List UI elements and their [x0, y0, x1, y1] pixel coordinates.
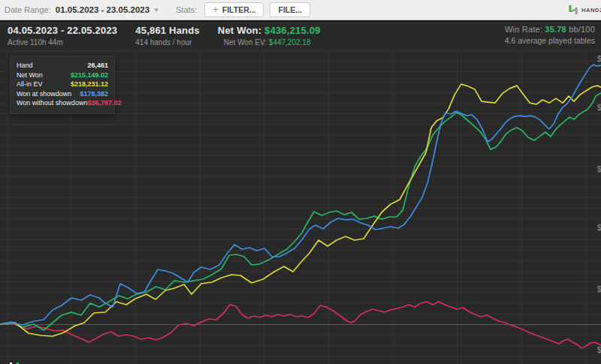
tooltip-row: All-in EV$218,231.12 [17, 80, 108, 90]
filter-button[interactable]: + FILTER... [204, 2, 264, 17]
net-won-ev-value: $447,202.18 [269, 38, 311, 47]
chart-legend-tooltip: Hand26,461Net Won$215,149.02All-in EV$21… [10, 56, 115, 114]
stats-label: Stats: [176, 5, 197, 14]
hand2note-logo: HAND2N [568, 5, 601, 15]
series-line-red [0, 302, 601, 348]
avg-tables: 4.6 average played tables [505, 36, 595, 45]
tooltip-row-label: Won at showdown [17, 90, 71, 98]
y-axis-label-clipped: $4 [597, 55, 601, 63]
summary-date-span: 04.05.2023 - 22.05.2023 [8, 25, 117, 36]
topbar: Date Range: 01.05.2023 - 23.05.2023 ▼ St… [0, 0, 601, 20]
tooltip-row-label: All-in EV [17, 80, 43, 88]
logo-h-icon [568, 5, 578, 15]
win-rate-unit: bb/100 [569, 25, 595, 34]
net-won-value: $436,215.09 [264, 25, 321, 36]
y-axis-label-clipped: $4 [597, 224, 601, 232]
file-button[interactable]: FILE... [270, 2, 310, 17]
win-rate-value: 35.78 [545, 25, 566, 34]
win-rate-label: Win Rate: [505, 25, 542, 34]
y-axis-label-clipped: $4 [597, 346, 601, 354]
chevron-down-icon: ▼ [153, 7, 159, 14]
date-range-control[interactable]: 01.05.2023 - 23.05.2023 ▼ [56, 5, 159, 14]
logo-text: HAND2N [581, 7, 601, 14]
summary-hands-per-hour: 414 hands / hour [135, 38, 200, 47]
series-line-yellow [0, 84, 601, 336]
net-won-label: Net Won: [218, 25, 261, 36]
file-button-label: FILE... [278, 5, 302, 14]
y-axis-label-clipped: $4 [597, 165, 601, 173]
date-range-label: Date Range: [5, 5, 51, 14]
tooltip-row: Net Won$215,149.02 [17, 71, 108, 81]
summary-bar: 04.05.2023 - 22.05.2023 Active 110h 44m … [8, 25, 595, 47]
chart-panel: $4$4$4$4$4$4 04.05.2023 - 22.05.2023 Act… [0, 20, 601, 364]
tooltip-row-label: Hand [17, 62, 33, 69]
plus-icon: + [213, 4, 219, 15]
tooltip-row: Won at showdown$178,382 [17, 90, 108, 100]
tooltip-row-value: 26,461 [87, 62, 108, 69]
summary-active-time: Active 110h 44m [8, 38, 117, 47]
tooltip-row-label: Net Won [17, 71, 43, 79]
tooltip-row-value: $215,149.02 [71, 71, 108, 79]
tooltip-row: Won without showdown$36,767.02 [17, 99, 108, 109]
filter-button-label: FILTER... [222, 5, 256, 14]
y-axis-label-clipped: $4 [597, 285, 601, 293]
tooltip-row: Hand26,461 [17, 62, 108, 71]
tooltip-row-value: $218,231.12 [71, 80, 108, 88]
y-axis-label-clipped: $4 [597, 104, 601, 112]
net-won-ev-label: Net Won EV: [224, 38, 267, 47]
summary-hands: 45,861 Hands [135, 25, 200, 36]
tooltip-row-label: Won without showdown [17, 99, 87, 107]
date-range-value: 01.05.2023 - 23.05.2023 [56, 5, 149, 14]
tooltip-row-value: $36,767.02 [87, 99, 121, 107]
tooltip-row-value: $178,382 [80, 90, 108, 98]
